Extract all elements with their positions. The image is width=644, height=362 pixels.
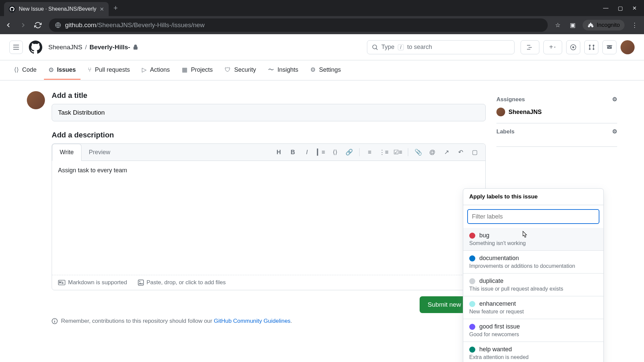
- github-favicon: [9, 6, 15, 12]
- window-controls: ― ▢ ✕: [603, 5, 644, 11]
- label-option-duplicate[interactable]: duplicateThis issue or pull request alre…: [463, 274, 603, 296]
- nav-insights[interactable]: 〜Insights: [263, 61, 303, 80]
- search-bar[interactable]: Type / to search: [367, 40, 515, 54]
- editor-footer: Markdown is supported Paste, drop, or cl…: [52, 275, 485, 290]
- repo-link[interactable]: Beverly-Hills-: [90, 44, 130, 51]
- back-button[interactable]: [5, 21, 14, 29]
- label-color-dot: [469, 324, 475, 330]
- nav-issues[interactable]: ⊙Issues: [44, 61, 80, 80]
- markdown-icon: [58, 280, 65, 285]
- github-logo-icon[interactable]: [29, 41, 42, 54]
- info-icon: [52, 318, 58, 324]
- markdown-hint[interactable]: Markdown is supported: [58, 279, 127, 286]
- label-desc: Improvements or additions to documentati…: [469, 263, 597, 269]
- label-option-bug[interactable]: bugSomething isn't working: [463, 228, 603, 251]
- numbered-list-icon[interactable]: ≡: [364, 146, 376, 158]
- heading-icon[interactable]: H: [273, 146, 285, 158]
- nav-projects[interactable]: ▦Projects: [177, 61, 217, 80]
- label-color-dot: [469, 255, 475, 261]
- reference-icon[interactable]: ↗: [440, 146, 452, 158]
- assignees-label: Assignees: [496, 96, 525, 103]
- quote-icon[interactable]: ▎≡: [315, 146, 327, 158]
- bullet-list-icon[interactable]: ⋮≡: [378, 146, 390, 158]
- search-hint: to search: [407, 44, 432, 51]
- title-input[interactable]: [52, 104, 486, 121]
- label-color-dot: [469, 233, 475, 239]
- mention-icon[interactable]: @: [426, 146, 438, 158]
- bold-icon[interactable]: B: [287, 146, 299, 158]
- search-placeholder: Type: [381, 44, 394, 51]
- tab-close-icon[interactable]: ✕: [100, 6, 104, 12]
- nav-settings[interactable]: ⚙Settings: [306, 61, 345, 80]
- label-option-help-wanted[interactable]: help wantedExtra attention is needed: [463, 342, 603, 362]
- author-avatar: [27, 91, 45, 109]
- attach-hint[interactable]: Paste, drop, or click to add files: [138, 279, 226, 286]
- forward-button[interactable]: [19, 21, 29, 29]
- label-color-dot: [469, 301, 475, 307]
- guidelines-text: Remember, contributions to this reposito…: [52, 318, 486, 324]
- new-tab-button[interactable]: +: [113, 4, 118, 12]
- label-desc: Extra attention is needed: [469, 354, 597, 360]
- tab-write[interactable]: Write: [52, 144, 82, 161]
- editor-tabs: Write Preview H B I ▎≡ ⟨⟩ 🔗 ≡ ⋮≡: [52, 144, 485, 161]
- panel-icon[interactable]: ▣: [568, 21, 577, 29]
- assignees-section: Assignees ⚙ SheenaJNS: [496, 91, 617, 123]
- description-label: Add a description: [52, 131, 486, 139]
- tab-preview[interactable]: Preview: [82, 144, 118, 161]
- filter-labels-input[interactable]: [467, 209, 599, 224]
- pull-requests-button[interactable]: [584, 40, 598, 54]
- labels-popover: Apply labels to this issue bugSomething …: [463, 188, 604, 362]
- link-icon[interactable]: 🔗: [343, 146, 355, 158]
- nav-code[interactable]: ⟨⟩Code: [9, 61, 41, 80]
- hamburger-button[interactable]: [9, 41, 23, 54]
- nav-pulls[interactable]: ⑂Pull requests: [83, 61, 135, 80]
- create-new-button[interactable]: +: [543, 40, 562, 54]
- reload-button[interactable]: [34, 21, 44, 29]
- reply-icon[interactable]: ↶: [454, 146, 467, 158]
- assignee-name: SheenaJNS: [508, 109, 542, 116]
- nav-actions[interactable]: ▷Actions: [137, 61, 174, 80]
- menu-icon[interactable]: ⋮: [630, 21, 639, 29]
- nav-security[interactable]: 🛡Security: [220, 61, 261, 80]
- italic-icon[interactable]: I: [301, 146, 313, 158]
- breadcrumb: SheenaJNS / Beverly-Hills-: [48, 44, 138, 51]
- user-avatar[interactable]: [621, 40, 635, 54]
- svg-rect-4: [138, 280, 144, 285]
- notifications-button[interactable]: [602, 40, 616, 54]
- issues-button[interactable]: [566, 40, 580, 54]
- maximize-icon[interactable]: ▢: [618, 5, 623, 11]
- editor-toolbar: H B I ▎≡ ⟨⟩ 🔗 ≡ ⋮≡ ☑≡ 📎 @: [273, 146, 485, 158]
- close-window-icon[interactable]: ✕: [632, 5, 637, 11]
- label-option-enhancement[interactable]: enhancementNew feature or request: [463, 296, 603, 319]
- incognito-badge[interactable]: Incognito: [583, 20, 625, 31]
- browser-tab[interactable]: New Issue · SheenaJNS/Beverly ✕: [4, 2, 109, 16]
- minimize-icon[interactable]: ―: [603, 5, 608, 11]
- page-content: SheenaJNS / Beverly-Hills- Type / to sea…: [0, 34, 644, 362]
- bookmark-icon[interactable]: ☆: [553, 21, 562, 29]
- command-palette-button[interactable]: [521, 40, 539, 54]
- slash-icon[interactable]: ▢: [469, 146, 481, 158]
- incognito-label: Incognito: [597, 22, 620, 28]
- assignee-item[interactable]: SheenaJNS: [496, 108, 617, 116]
- description-textarea[interactable]: Assign task to every team: [52, 161, 485, 275]
- label-list[interactable]: bugSomething isn't workingdocumentationI…: [463, 228, 603, 362]
- label-option-good-first-issue[interactable]: good first issueGood for newcomers: [463, 319, 603, 342]
- guidelines-link[interactable]: GitHub Community Guidelines: [214, 318, 290, 324]
- label-name: documentation: [479, 255, 519, 262]
- labels-gear-icon[interactable]: ⚙: [612, 128, 617, 135]
- assignees-gear-icon[interactable]: ⚙: [612, 96, 617, 103]
- assignee-avatar: [496, 108, 505, 116]
- github-header: SheenaJNS / Beverly-Hills- Type / to sea…: [0, 34, 644, 60]
- label-desc: New feature or request: [469, 309, 597, 315]
- editor: Write Preview H B I ▎≡ ⟨⟩ 🔗 ≡ ⋮≡: [52, 143, 486, 290]
- task-list-icon[interactable]: ☑≡: [392, 146, 404, 158]
- code-icon[interactable]: ⟨⟩: [329, 146, 341, 158]
- address-bar[interactable]: github.com/SheenaJNS/Beverly-Hills-/issu…: [49, 18, 548, 32]
- label-name: enhancement: [479, 300, 516, 307]
- label-option-documentation[interactable]: documentationImprovements or additions t…: [463, 251, 603, 274]
- labels-label: Labels: [496, 128, 515, 135]
- site-info-icon: [55, 22, 61, 28]
- owner-link[interactable]: SheenaJNS: [48, 44, 82, 51]
- label-name: bug: [479, 232, 489, 239]
- attach-icon[interactable]: 📎: [412, 146, 424, 158]
